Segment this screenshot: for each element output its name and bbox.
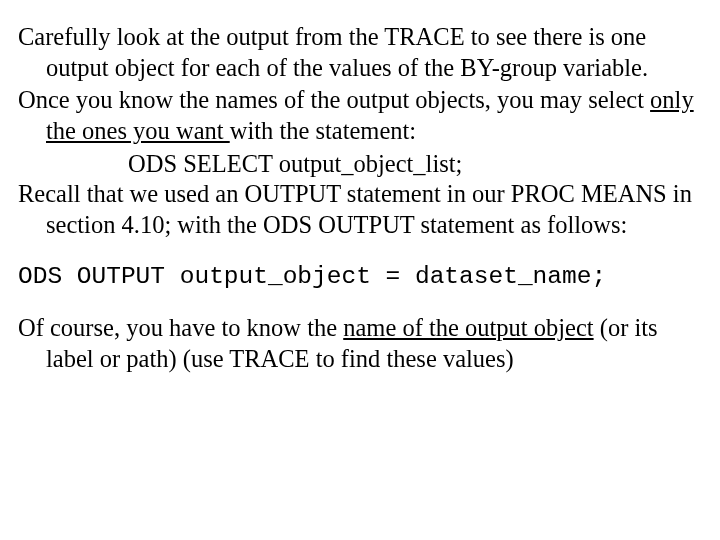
paragraph-output-statement: Recall that we used an OUTPUT statement … (18, 179, 702, 240)
text: with the statement: (230, 117, 416, 144)
text: Carefully look at the output from the TR… (18, 23, 648, 81)
text: Once you know the names of the output ob… (18, 86, 650, 113)
text: Recall that we used an OUTPUT statement … (18, 180, 692, 238)
ods-output-statement: ODS OUTPUT output_object = dataset_name; (18, 262, 702, 293)
spacer (18, 242, 702, 262)
text: Of course, you have to know the (18, 314, 343, 341)
code-text: ODS SELECT output_object_list; (128, 150, 462, 177)
underlined-phrase: name of the output object (343, 314, 593, 341)
paragraph-select: Once you know the names of the output ob… (18, 85, 702, 146)
code-text: ODS OUTPUT output_object = dataset_name; (18, 263, 606, 290)
slide-body: Carefully look at the output from the TR… (0, 0, 720, 374)
paragraph-name-of-object: Of course, you have to know the name of … (18, 313, 702, 374)
ods-select-statement: ODS SELECT output_object_list; (18, 149, 702, 180)
paragraph-trace-output: Carefully look at the output from the TR… (18, 22, 702, 83)
spacer (18, 293, 702, 313)
